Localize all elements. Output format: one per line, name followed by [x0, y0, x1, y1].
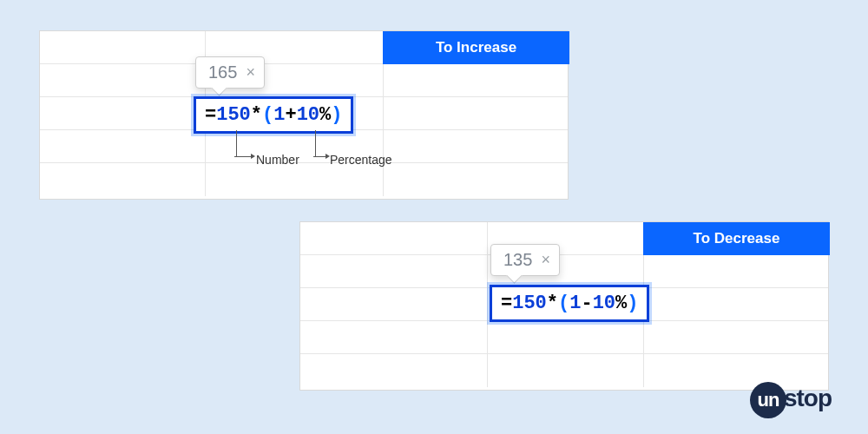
result-value: 165: [208, 62, 237, 82]
result-tooltip-increase: 165 ×: [195, 56, 265, 89]
annotation-number: Number: [256, 153, 299, 167]
tok-percent-sign: %: [615, 293, 627, 314]
arrow-number: [236, 130, 237, 156]
table-row: [300, 255, 828, 288]
header-to-increase: To Increase: [383, 31, 569, 64]
tok-paren-open: (: [262, 104, 273, 126]
logo-text: stop: [784, 385, 832, 411]
tok-plus: +: [285, 104, 296, 126]
result-tooltip-decrease: 135 ×: [490, 244, 560, 276]
table-row: [40, 64, 568, 97]
tok-paren-close: ): [627, 293, 638, 314]
arrow-percentage: [315, 130, 316, 156]
arrow-percentage-h: [315, 156, 326, 157]
tok-paren-open: (: [558, 293, 569, 314]
table-row: [300, 354, 828, 387]
tok-one: 1: [273, 104, 285, 126]
tok-percent-value: 10: [297, 104, 319, 126]
logo-bubble: un: [750, 382, 786, 418]
tok-multiply: *: [251, 104, 262, 126]
tok-one: 1: [569, 293, 581, 314]
header-to-decrease: To Decrease: [643, 222, 830, 255]
formula-cell-increase[interactable]: =150*(1+10%): [194, 96, 353, 134]
tok-percent-value: 10: [593, 293, 615, 314]
result-value: 135: [503, 250, 532, 270]
tok-number: 150: [512, 293, 547, 314]
table-row: To Decrease: [300, 222, 828, 255]
table-row: [300, 321, 828, 354]
tok-number: 150: [216, 104, 251, 126]
tok-equals: =: [205, 104, 216, 126]
close-icon[interactable]: ×: [541, 251, 550, 269]
tok-multiply: *: [547, 293, 558, 314]
tok-minus: -: [581, 293, 592, 314]
arrow-number-h: [236, 156, 252, 157]
logo-unstop: unstop: [750, 382, 832, 418]
close-icon[interactable]: ×: [246, 63, 255, 82]
table-row: [40, 163, 568, 196]
formula-cell-decrease[interactable]: =150*(1-10%): [490, 285, 649, 322]
table-row: [40, 130, 568, 163]
annotation-percentage: Percentage: [330, 153, 392, 167]
tok-equals: =: [501, 293, 512, 314]
table-row: To Increase: [40, 31, 568, 64]
tok-paren-close: ): [331, 104, 342, 126]
tok-percent-sign: %: [319, 104, 331, 126]
